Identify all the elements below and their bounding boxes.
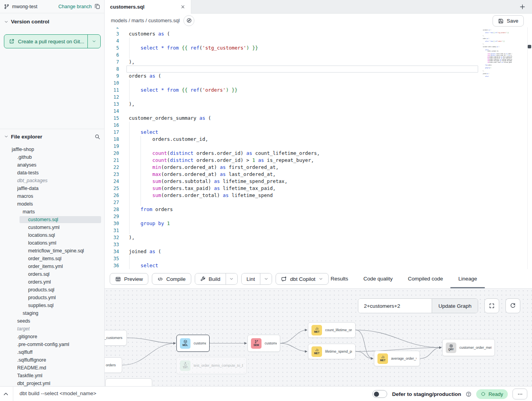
code-line-14[interactable]: 14 [105, 108, 532, 115]
lineage-node-average-order-value[interactable]: METaverage_order_value [374, 351, 420, 366]
lineage-node-stg-customers[interactable]: stg_customers [105, 330, 127, 346]
build-dropdown[interactable] [226, 273, 237, 284]
defer-toggle[interactable] [372, 390, 387, 398]
code-line-21[interactable]: 21 count(distinct orders.order_id) > 1 a… [105, 157, 532, 164]
code-line-13[interactable]: 13), [105, 101, 532, 108]
search-icon[interactable] [94, 134, 100, 140]
file-explorer-header[interactable]: File explorer [0, 131, 104, 142]
new-tab-button[interactable] [519, 4, 526, 10]
tree-item-jaffle-shop[interactable]: jaffle-shop [0, 145, 104, 153]
lineage-panel[interactable]: stg_customersordersMDLcustomersTSTtest_o… [105, 289, 532, 386]
editor-scrollbar[interactable] [527, 27, 532, 269]
code-line-19[interactable]: 19 [105, 143, 532, 150]
change-branch-link[interactable]: Change branch [59, 4, 92, 9]
panel-tab-code-quality[interactable]: Code quality [362, 269, 394, 288]
tree-item-taskfile-yml[interactable]: Taskfile.yml [0, 372, 104, 380]
code-line-33[interactable]: 33 [105, 241, 532, 248]
scrollbar-thumb[interactable] [528, 45, 531, 48]
code-line-7[interactable]: 7), [105, 59, 532, 66]
tree-item-orders-sql[interactable]: orders.sql [0, 270, 104, 278]
code-line-6[interactable]: 6 [105, 51, 532, 59]
code-line-4[interactable]: 4 [105, 37, 532, 44]
tree-item-locations-sql[interactable]: locations.sql [0, 231, 104, 239]
tree-item-products-sql[interactable]: products.sql [0, 286, 104, 294]
code-editor[interactable]: 23customers as (45 select * from {{ ref(… [105, 27, 532, 269]
code-line-18[interactable]: 18 orders.customer_id, [105, 136, 532, 143]
tree-item-order-items-sql[interactable]: order_items.sql [0, 255, 104, 263]
tree-item-readme-md[interactable]: README.md [0, 364, 104, 372]
tree-item--sqlfluffignore[interactable]: .sqlfluffignore [0, 356, 104, 364]
copilot-compass-button[interactable] [183, 15, 194, 26]
dbt-copilot-button[interactable]: dbt Copilot [276, 273, 329, 285]
tree-item-data-tests[interactable]: data-tests [0, 169, 104, 177]
tree-item-dbt-packages[interactable]: dbt_packages [0, 177, 104, 185]
code-line-3[interactable]: 3customers as ( [105, 30, 532, 37]
code-line-32[interactable]: 32), [105, 234, 532, 241]
refresh-button[interactable] [505, 298, 520, 313]
code-line-36[interactable]: 36 select [481, 76, 512, 77]
code-line-9[interactable]: 9orders as ( [105, 73, 532, 80]
tree-item-staging[interactable]: staging [0, 309, 104, 317]
code-line-30[interactable]: 30 group by 1 [105, 220, 532, 227]
code-line-34[interactable]: 34joined as ( [105, 248, 532, 255]
tree-item--pre-commit-config-yaml[interactable]: .pre-commit-config.yaml [0, 341, 104, 348]
panel-tab-compiled-code[interactable]: Compiled code [407, 269, 444, 288]
tree-item-order-items-yml[interactable]: order_items.yml [0, 263, 104, 270]
tree-item-customers-yml[interactable]: customers.yml [0, 224, 104, 231]
lineage-node-count-lifetime-orders[interactable]: METcount_lifetime_orders [308, 322, 356, 338]
tree-item-target[interactable]: target [0, 325, 104, 333]
code-line-35[interactable]: 35 [105, 255, 532, 262]
panel-tab-results[interactable]: Results [329, 269, 349, 288]
code-line-20[interactable]: 20 count(distinct orders.order_id) as co… [105, 150, 532, 157]
tree-item-seeds[interactable]: seeds [0, 317, 104, 325]
tree-item-marts[interactable]: marts [0, 208, 104, 216]
code-line-26[interactable]: 26 sum(orders.order_total) as lifetime_s… [105, 192, 532, 199]
code-line-10[interactable]: 10 [105, 80, 532, 87]
code-line-24[interactable]: 24 sum(orders.subtotal) as lifetime_spen… [105, 178, 532, 185]
code-line-22[interactable]: 22 min(orders.ordered_at) as first_order… [105, 164, 532, 171]
code-line-29[interactable]: 29 [105, 213, 532, 220]
code-line-23[interactable]: 23 max(orders.ordered_at) as last_ordere… [105, 171, 532, 178]
lineage-node-partial-node[interactable] [105, 378, 152, 386]
tree-item--github[interactable]: .github [0, 153, 104, 161]
tree-item-jaffle-data[interactable]: jaffle-data [0, 185, 104, 192]
lineage-node-test-order-items[interactable]: TSTtest_order_items_compute_to_bools... [176, 357, 247, 374]
code-line-11[interactable]: 11 select * from {{ ref('orders') }} [105, 87, 532, 94]
code-line-28[interactable]: 28 from orders [105, 206, 532, 213]
tree-item--gitignore[interactable]: .gitignore [0, 333, 104, 341]
lineage-selector-input[interactable] [358, 299, 432, 313]
create-pr-button[interactable]: Create a pull request on Git... [4, 34, 101, 48]
lineage-node-orders[interactable]: orders [105, 357, 122, 373]
tree-item-metricflow-time-spine-sql[interactable]: metricflow_time_spine.sql [0, 247, 104, 255]
lineage-node-customer-order-metrics[interactable]: QRYcustomer_order_metrics [442, 339, 495, 356]
tree-item-orders-yml[interactable]: orders.yml [0, 278, 104, 286]
tree-item-products-yml[interactable]: products.yml [0, 294, 104, 302]
save-button[interactable]: Save [493, 15, 524, 27]
copy-icon[interactable] [94, 4, 100, 9]
fullscreen-button[interactable] [484, 298, 499, 313]
tree-item-locations-yml[interactable]: locations.yml [0, 239, 104, 247]
tab-customers-sql[interactable]: customers.sql [105, 0, 191, 14]
code-line-15[interactable]: 15customer_orders_summary as ( [105, 115, 532, 122]
tree-item-dbt-project-yml[interactable]: dbt_project.yml [0, 380, 104, 386]
help-icon[interactable] [466, 391, 472, 397]
command-input[interactable]: dbt build --select <model_name> [20, 390, 96, 396]
lineage-node-customers-sem[interactable]: SEMcustomers [247, 335, 280, 352]
tree-item-macros[interactable]: macros [0, 192, 104, 200]
expand-command-bar-button[interactable] [2, 390, 9, 397]
version-control-header[interactable]: Version control [4, 19, 49, 25]
lineage-node-lifetime-spend-pretax[interactable]: METlifetime_spend_pretax [308, 344, 356, 359]
minimap[interactable]: 23customers as (45 select * from {{ ref(… [481, 28, 512, 110]
code-line-2[interactable]: 2 [105, 27, 532, 30]
lint-button[interactable]: Lint [242, 273, 260, 284]
build-button[interactable]: Build [195, 273, 226, 284]
more-options-button[interactable] [512, 389, 527, 399]
tree-item-models[interactable]: models [0, 200, 104, 208]
close-icon[interactable] [180, 4, 185, 9]
tree-item-supplies-sql[interactable]: supplies.sql [0, 302, 104, 309]
compile-button[interactable]: Compile [152, 273, 191, 285]
update-graph-button[interactable]: Update Graph [432, 299, 478, 313]
code-line-5[interactable]: 5 select * from {{ ref('stg_customers') … [105, 44, 532, 51]
code-line-17[interactable]: 17 select [105, 129, 532, 136]
code-line-25[interactable]: 25 sum(orders.tax_paid) as lifetime_tax_… [105, 185, 532, 192]
